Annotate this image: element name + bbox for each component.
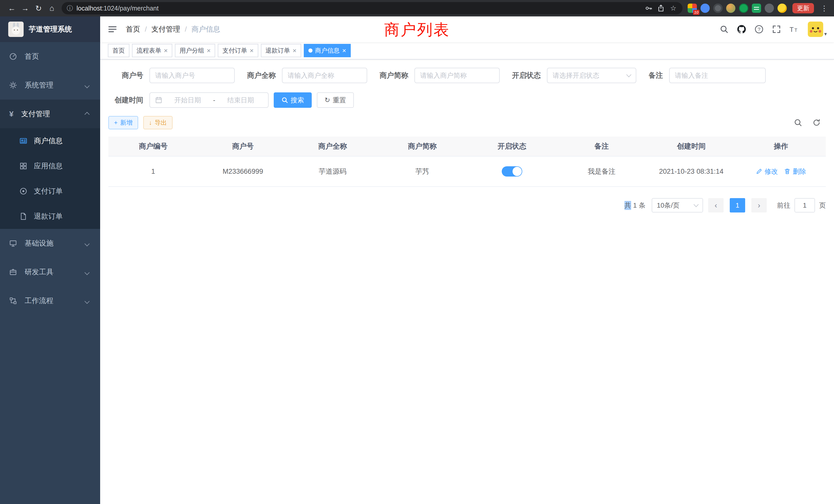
tab-merchant-info[interactable]: 商户信息 × bbox=[304, 44, 351, 57]
close-icon[interactable]: × bbox=[207, 47, 211, 54]
delete-label: 删除 bbox=[793, 167, 806, 176]
url-domain: localhost bbox=[76, 5, 102, 12]
extension-puzzle-icon[interactable] bbox=[765, 4, 774, 13]
sidebar-item-workflow[interactable]: 工作流程 bbox=[0, 287, 100, 315]
full-name-input-wrap bbox=[282, 68, 367, 83]
goto-label: 前往 bbox=[777, 201, 790, 210]
remark-input-wrap bbox=[669, 68, 766, 83]
breadcrumb: 首页 / 支付管理 / 商户信息 bbox=[126, 24, 220, 34]
sidebar-item-app-info[interactable]: 应用信息 bbox=[0, 154, 100, 179]
export-button[interactable]: ↓ 导出 bbox=[143, 116, 173, 129]
extension-blue-icon[interactable] bbox=[701, 4, 710, 13]
edit-button[interactable]: 修改 bbox=[756, 167, 778, 176]
tab-home[interactable]: 首页 bbox=[108, 44, 129, 57]
tab-label: 用户分组 bbox=[179, 46, 204, 55]
close-icon[interactable]: × bbox=[164, 47, 168, 54]
tab-process-form[interactable]: 流程表单 × bbox=[132, 44, 172, 57]
filter-row-1: 商户号 商户全称 商户简称 bbox=[108, 68, 826, 83]
back-icon[interactable]: ← bbox=[5, 1, 19, 16]
app-logo-area[interactable]: 芋道管理系统 bbox=[0, 17, 100, 42]
edit-label: 修改 bbox=[764, 167, 778, 176]
caret-down-icon: ▾ bbox=[824, 31, 827, 37]
navbar: 首页 / 支付管理 / 商户信息 ? bbox=[100, 17, 834, 42]
page-button-1[interactable]: 1 bbox=[730, 198, 745, 212]
sidebar-item-payment[interactable]: ¥ 支付管理 bbox=[0, 99, 100, 128]
remark-input[interactable] bbox=[675, 72, 760, 79]
add-button[interactable]: + 新增 bbox=[108, 116, 138, 129]
extension-dark-icon[interactable] bbox=[713, 4, 723, 13]
sidebar-item-pay-order[interactable]: 支付订单 bbox=[0, 179, 100, 204]
close-icon[interactable]: × bbox=[249, 47, 254, 54]
create-time-range-picker[interactable]: 开始日期 - 结束日期 bbox=[150, 92, 269, 108]
delete-button[interactable]: 删除 bbox=[784, 167, 806, 176]
tab-label: 商户信息 bbox=[315, 46, 340, 55]
merchant-no-input[interactable] bbox=[155, 72, 229, 79]
sidebar-item-home[interactable]: 首页 bbox=[0, 42, 100, 71]
sidebar-item-infrastructure[interactable]: 基础设施 bbox=[0, 229, 100, 258]
sidebar-item-system[interactable]: 系统管理 bbox=[0, 71, 100, 99]
fullscreen-icon[interactable] bbox=[769, 22, 784, 37]
sidebar-item-label: 系统管理 bbox=[25, 80, 53, 90]
filter-merchant-no: 商户号 bbox=[108, 68, 235, 83]
status-toggle[interactable] bbox=[502, 166, 522, 177]
help-icon[interactable]: ? bbox=[751, 22, 767, 37]
pagination: 共 1 条 10条/页 ‹ 1 › 前往 页 bbox=[108, 198, 826, 212]
share-icon[interactable] bbox=[655, 3, 667, 13]
home-icon[interactable]: ⌂ bbox=[45, 1, 59, 16]
reload-icon[interactable]: ↻ bbox=[32, 1, 45, 16]
forward-icon[interactable]: → bbox=[19, 1, 32, 16]
breadcrumb-home[interactable]: 首页 bbox=[126, 24, 140, 34]
tab-user-group[interactable]: 用户分组 × bbox=[175, 44, 215, 57]
status-select-placeholder: 请选择开启状态 bbox=[553, 71, 599, 80]
chevron-down-icon bbox=[626, 72, 631, 77]
url-bar[interactable]: ⓘ localhost:1024/pay/merchant ☆ bbox=[62, 2, 682, 14]
sidebar-item-label: 退款订单 bbox=[34, 211, 63, 221]
font-size-icon[interactable]: TT bbox=[786, 22, 802, 37]
breadcrumb-payment[interactable]: 支付管理 bbox=[152, 24, 180, 34]
breadcrumb-separator: / bbox=[185, 25, 187, 33]
bookmark-star-icon[interactable]: ☆ bbox=[667, 3, 679, 13]
page-size-select[interactable]: 10条/页 bbox=[652, 198, 703, 212]
search-icon[interactable] bbox=[717, 22, 732, 37]
prev-page-button[interactable]: ‹ bbox=[708, 198, 724, 212]
tab-pay-order[interactable]: 支付订单 × bbox=[218, 44, 258, 57]
close-icon[interactable]: × bbox=[342, 47, 346, 54]
close-icon[interactable]: × bbox=[293, 47, 297, 54]
column-header: 商户编号 bbox=[108, 137, 198, 156]
status-select[interactable]: 请选择开启状态 bbox=[547, 68, 636, 83]
profile-avatar-icon[interactable] bbox=[726, 4, 736, 13]
tab-refund-order[interactable]: 退款订单 × bbox=[261, 44, 301, 57]
full-name-input[interactable] bbox=[288, 72, 361, 79]
github-icon[interactable] bbox=[734, 22, 749, 37]
sidebar-item-refund-order[interactable]: 退款订单 bbox=[0, 204, 100, 229]
user-avatar[interactable]: ▾ bbox=[808, 22, 827, 37]
browser-update-button[interactable]: 更新 bbox=[792, 3, 814, 13]
id-card-icon bbox=[20, 137, 27, 145]
extension-green-circle-icon[interactable] bbox=[739, 4, 748, 13]
extension-sheet-icon[interactable] bbox=[752, 4, 761, 13]
short-name-input[interactable] bbox=[420, 72, 494, 79]
toolbar-right-icons bbox=[794, 118, 826, 127]
next-page-button[interactable]: › bbox=[751, 198, 767, 212]
range-separator: - bbox=[213, 96, 215, 104]
goto-page-input[interactable] bbox=[794, 198, 815, 212]
extension-grid-icon[interactable]: 10 bbox=[688, 4, 697, 13]
extension-smiley-icon[interactable] bbox=[777, 4, 787, 13]
browser-menu-icon[interactable]: ⋮ bbox=[820, 4, 829, 13]
gear-icon bbox=[9, 81, 17, 89]
hamburger-icon[interactable] bbox=[100, 17, 125, 42]
delete-icon bbox=[784, 168, 791, 175]
search-button[interactable]: 搜索 bbox=[274, 92, 312, 108]
reset-button[interactable]: ↻ 重置 bbox=[317, 92, 354, 108]
sidebar-item-merchant-info[interactable]: 商户信息 bbox=[0, 128, 100, 154]
refresh-table-icon[interactable] bbox=[812, 118, 821, 127]
toggle-search-icon[interactable] bbox=[794, 118, 802, 127]
password-key-icon[interactable] bbox=[642, 3, 655, 13]
merchant-no-input-wrap bbox=[150, 68, 235, 83]
sidebar-item-dev-tools[interactable]: 研发工具 bbox=[0, 258, 100, 287]
short-name-label: 商户简称 bbox=[379, 71, 408, 80]
breadcrumb-separator: / bbox=[145, 25, 147, 33]
export-button-label: 导出 bbox=[155, 118, 167, 127]
sidebar-item-label: 工作流程 bbox=[25, 296, 53, 306]
site-info-icon[interactable]: ⓘ bbox=[67, 4, 73, 12]
